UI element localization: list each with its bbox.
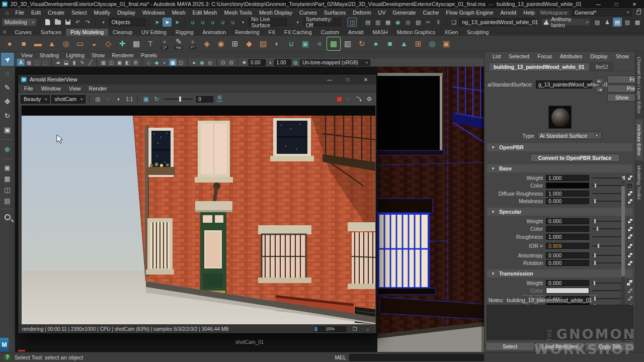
shelf-tool-icon[interactable]: ●	[369, 37, 382, 50]
select-object-icon[interactable]: ➤	[163, 18, 172, 27]
shelf-tab[interactable]: Curves	[10, 29, 36, 36]
load-attributes-button[interactable]: Load Attributes	[535, 342, 584, 351]
move-tool-icon[interactable]: ✥	[1, 95, 14, 108]
menu-item[interactable]: Flow Graph Engine	[442, 10, 497, 16]
use-all-lights-icon[interactable]: ▦	[169, 59, 177, 66]
menu-item[interactable]: Select	[68, 10, 91, 16]
attr-slider[interactable]	[592, 245, 624, 246]
sidebar-vertical-tab[interactable]: Attribute Editor	[635, 119, 643, 161]
color-swatch[interactable]	[546, 288, 589, 294]
shelf-tool-icon[interactable]: ◉	[214, 37, 227, 50]
sidebar-toggle-attribute-editor-icon[interactable]: ▤	[613, 18, 622, 27]
shelf-tool-icon[interactable]: ▲	[45, 37, 58, 50]
menu-item[interactable]: Generate	[389, 10, 420, 16]
convert-openpbr-button[interactable]: Convert to OpenPBR Surface	[530, 154, 620, 162]
symmetry-field[interactable]: Symmetry: Off	[303, 18, 341, 26]
shelf-tool-icon[interactable]: T	[144, 37, 157, 50]
shelf-tool-icon[interactable]: ▣	[299, 37, 312, 50]
show-button[interactable]: Show	[607, 94, 636, 102]
gamma-icon[interactable]: ◑	[266, 59, 274, 66]
live-surface-expand-icon[interactable]: ▾	[238, 18, 248, 27]
sidebar-vertical-tab[interactable]: Channel Box / Layer Editor	[635, 52, 643, 119]
menu-item[interactable]: Mesh	[169, 10, 189, 16]
camera-attributes-icon[interactable]: ◻	[33, 59, 41, 66]
sidebar-toggle-channel-box-icon[interactable]: ▩	[633, 18, 642, 27]
shelf-tool-icon[interactable]: ✚	[116, 37, 129, 50]
shelf-tab[interactable]: Surfaces	[36, 29, 66, 36]
panel-menu-item[interactable]: Panels	[138, 52, 160, 58]
attribute-editor-menu-item[interactable]: Display	[586, 53, 611, 59]
lock-workspace-icon[interactable]	[636, 11, 641, 15]
gamma-field[interactable]: 1.00	[274, 59, 291, 66]
last-tool-icon[interactable]: ⊕	[1, 143, 14, 156]
shelf-tool-icon[interactable]: +FT	[186, 37, 199, 50]
close-button[interactable]: ✕	[627, 0, 642, 8]
map-checker-icon[interactable]	[627, 243, 633, 249]
panel-menu-item[interactable]: Show	[89, 52, 108, 58]
map-checker-icon[interactable]	[627, 175, 633, 180]
input-connection-icon[interactable]: ⇤	[595, 77, 604, 84]
save-scene-icon[interactable]	[63, 18, 72, 27]
shelf-tool-icon[interactable]: ⊞	[412, 37, 425, 50]
render-image-area[interactable]	[22, 106, 375, 324]
shelf-tool-icon[interactable]: ◒	[88, 37, 101, 50]
lighting-icon[interactable]: ▧	[414, 18, 423, 27]
shelf-tool-icon[interactable]: ▭	[73, 37, 87, 50]
attribute-editor-menu-item[interactable]: List	[489, 53, 505, 59]
refresh-render-icon[interactable]: ↻	[152, 95, 161, 104]
menu-item[interactable]: Display	[114, 10, 139, 16]
scrollbar-thumb[interactable]	[621, 186, 625, 277]
attribute-editor-menu-item[interactable]: Focus	[533, 53, 556, 59]
mask-expand-icon[interactable]: ▾	[99, 18, 108, 27]
menu-item[interactable]: Modify	[91, 10, 114, 16]
ipr-broadcast-icon[interactable]	[354, 95, 363, 104]
shelf-tab[interactable]: Animation	[198, 29, 230, 36]
crop-region-icon[interactable]: ▣	[141, 95, 150, 104]
select-node-button[interactable]: Select	[486, 342, 534, 351]
menu-set-dropdown[interactable]: Modeling▾	[2, 18, 37, 26]
shelf-tab[interactable]: Rendering	[230, 29, 264, 36]
select-camera-icon[interactable]: A	[17, 59, 25, 66]
hdr-display-icon[interactable]: ○	[104, 95, 113, 104]
shelf-tool-icon[interactable]: ▬	[31, 37, 44, 50]
tonemap-dropdown[interactable]: Un-tone-mapped (sRGB)▾	[300, 59, 370, 66]
renderview-menu-item[interactable]: Window	[37, 85, 65, 92]
search-field[interactable]: ng_13_paintedWood_white_01	[459, 18, 535, 26]
home-icon[interactable]: ⌂	[5, 9, 9, 16]
shelf-tab[interactable]: Rigging	[171, 29, 198, 36]
map-checker-icon[interactable]	[627, 199, 633, 204]
snapshot-icon[interactable]: ╱	[87, 59, 94, 66]
map-checker-icon[interactable]	[627, 226, 633, 232]
wireframe-icon[interactable]: ◇	[145, 59, 152, 66]
shelf-tab[interactable]: MASH	[368, 29, 392, 36]
shelf-tool-icon[interactable]: ∪	[285, 37, 298, 50]
oversan-icon[interactable]: ▮	[70, 59, 78, 66]
single-pane-layout-icon[interactable]: ▣	[1, 162, 14, 172]
menu-item[interactable]: Surfaces	[320, 10, 349, 16]
shelf-tool-icon[interactable]: ≈	[313, 37, 326, 50]
attr-value-field[interactable]: 0.000	[546, 260, 589, 266]
menu-item[interactable]: Edit Mesh	[189, 10, 221, 16]
snap-grid-icon[interactable]: ∪	[188, 18, 197, 27]
map-checker-icon[interactable]	[627, 191, 633, 196]
two-pane-layout-icon[interactable]: ◫	[1, 185, 14, 195]
renderview-close-button[interactable]: ✕	[358, 75, 373, 83]
gate-mask-icon[interactable]: ◧	[124, 59, 131, 66]
snapshot-target-icon[interactable]: ◎	[93, 95, 102, 104]
default-material-icon[interactable]: ●	[190, 59, 198, 66]
rotate-tool-icon[interactable]: ↻	[1, 109, 14, 122]
user-account-dropdown[interactable]: Anthony Ianiro▾	[541, 18, 591, 26]
attr-slider[interactable]	[592, 221, 624, 222]
field-chart-icon[interactable]: ⊞	[132, 59, 139, 66]
menu-item[interactable]: File	[12, 10, 28, 16]
shelf-tab[interactable]: Sculpting	[462, 29, 493, 36]
attribute-editor-menu-item[interactable]: Attributes	[556, 53, 586, 59]
attr-slider[interactable]	[592, 177, 624, 178]
clapboard-icon[interactable]: ✂	[424, 18, 433, 27]
paint-select-tool-icon[interactable]: ✎	[1, 81, 14, 94]
menu-item[interactable]: Help	[520, 10, 538, 16]
shelf-tab[interactable]: Cleanup	[108, 29, 137, 36]
attr-value-field[interactable]: 0.909	[546, 243, 589, 249]
minimize-button[interactable]: —	[591, 0, 606, 8]
shadows-icon[interactable]: ◫	[177, 59, 185, 66]
